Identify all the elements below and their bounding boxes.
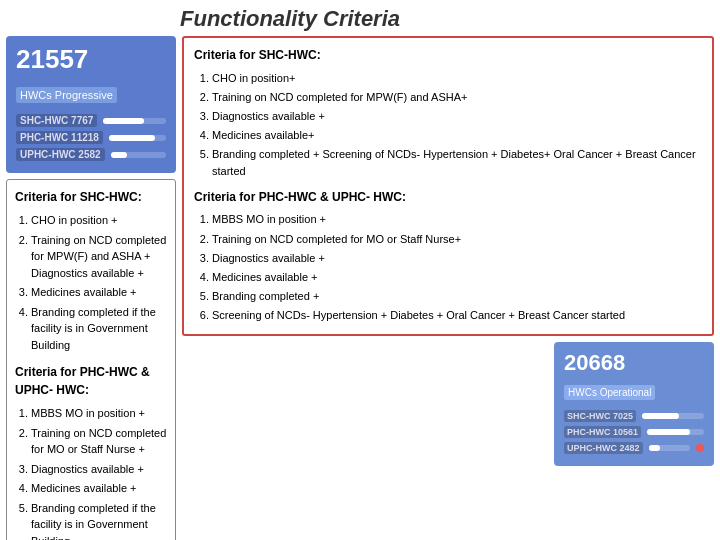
list-item: Diagnostics available + [212, 108, 702, 125]
bottom-right-stats-box: 20668 HWCs Operational SHC-HWC 7025 PHC-… [554, 342, 714, 466]
red-dot-icon [696, 444, 704, 452]
stat-row-2: PHC-HWC 11218 [16, 131, 166, 144]
list-item: Branding completed if the facility is in… [31, 500, 167, 541]
list-item: Diagnostics available + [212, 250, 702, 267]
list-item: Branding completed + [212, 288, 702, 305]
list-item: CHO in position+ [212, 70, 702, 87]
stat-bar-container-3 [111, 152, 166, 158]
bottom-stat-bar-container-1 [642, 413, 704, 419]
bottom-stat-label-3: UPHC-HWC 2482 [564, 442, 643, 454]
list-item: Screening of NCDs- Hypertension + Diabet… [212, 307, 702, 324]
left-stat-rows: SHC-HWC 7767 PHC-HWC 11218 U [16, 114, 166, 161]
main-content: 21557 HWCs Progressive SHC-HWC 7767 PHC-… [0, 36, 720, 540]
stat-label-3: UPHC-HWC 2582 [16, 148, 105, 161]
list-item: Training on NCD completed for MPW(F) and… [31, 232, 167, 282]
list-item: CHO in position + [31, 212, 167, 229]
list-item: Medicines available + [31, 480, 167, 497]
bottom-stat-row-2: PHC-HWC 10561 [564, 426, 704, 438]
page-title: Functionality Criteria [0, 0, 720, 36]
stat-label-1: SHC-HWC 7767 [16, 114, 97, 127]
bottom-stat-bar-2 [647, 429, 690, 435]
left-shc-list: CHO in position + Training on NCD comple… [15, 212, 167, 353]
left-shc-title: Criteria for SHC-HWC: [15, 188, 167, 206]
right-criteria-box: Criteria for SHC-HWC: CHO in position+ T… [182, 36, 714, 336]
bottom-stat-row-1: SHC-HWC 7025 [564, 410, 704, 422]
left-criteria-box: Criteria for SHC-HWC: CHO in position + … [6, 179, 176, 540]
list-item: Medicines available + [212, 269, 702, 286]
list-item: Training on NCD completed for MO or Staf… [212, 231, 702, 248]
left-stats-label: HWCs Progressive [16, 87, 117, 103]
stat-row-3: UPHC-HWC 2582 [16, 148, 166, 161]
right-phc-section: Criteria for PHC-HWC & UPHC- HWC: MBBS M… [194, 188, 702, 324]
bottom-stat-row-3: UPHC-HWC 2482 [564, 442, 704, 454]
bottom-stat-bar-1 [642, 413, 679, 419]
bottom-stat-bar-container-2 [647, 429, 704, 435]
list-item: MBBS MO in position + [31, 405, 167, 422]
bottom-stats-number: 20668 [564, 350, 704, 376]
right-phc-title: Criteria for PHC-HWC & UPHC- HWC: [194, 188, 702, 207]
right-panel: Criteria for SHC-HWC: CHO in position+ T… [182, 36, 714, 540]
list-item: Training on NCD completed for MO or Staf… [31, 425, 167, 458]
list-item: Branding completed if the facility is in… [31, 304, 167, 354]
right-shc-list: CHO in position+ Training on NCD complet… [194, 70, 702, 180]
stat-label-2: PHC-HWC 11218 [16, 131, 103, 144]
left-phc-list: MBBS MO in position + Training on NCD co… [15, 405, 167, 540]
list-item: Medicines available+ [212, 127, 702, 144]
stat-bar-container-1 [103, 118, 166, 124]
stat-row-1: SHC-HWC 7767 [16, 114, 166, 127]
list-item: Medicines available + [31, 284, 167, 301]
left-stats-box: 21557 HWCs Progressive SHC-HWC 7767 PHC-… [6, 36, 176, 173]
stat-bar-1 [103, 118, 144, 124]
stat-bar-container-2 [109, 135, 166, 141]
right-shc-title: Criteria for SHC-HWC: [194, 46, 702, 65]
bottom-stat-bar-3 [649, 445, 661, 451]
list-item: Diagnostics available + [31, 461, 167, 478]
stat-bar-2 [109, 135, 155, 141]
list-item: Branding completed + Screening of NCDs- … [212, 146, 702, 180]
list-item: Training on NCD completed for MPW(F) and… [212, 89, 702, 106]
bottom-stat-label-2: PHC-HWC 10561 [564, 426, 641, 438]
left-phc-section: Criteria for PHC-HWC & UPHC- HWC: MBBS M… [15, 363, 167, 540]
right-phc-list: MBBS MO in position + Training on NCD co… [194, 211, 702, 323]
list-item: MBBS MO in position + [212, 211, 702, 228]
page-container: Functionality Criteria 21557 HWCs Progre… [0, 0, 720, 540]
left-panel: 21557 HWCs Progressive SHC-HWC 7767 PHC-… [6, 36, 176, 540]
left-stats-number: 21557 [16, 44, 166, 75]
bottom-stat-bar-container-3 [649, 445, 690, 451]
bottom-stat-rows: SHC-HWC 7025 PHC-HWC 10561 UPHC-HWC 2482 [564, 410, 704, 454]
left-phc-title: Criteria for PHC-HWC & UPHC- HWC: [15, 363, 167, 399]
bottom-stat-label-1: SHC-HWC 7025 [564, 410, 636, 422]
bottom-stats-label: HWCs Operational [564, 385, 655, 400]
stat-bar-3 [111, 152, 128, 158]
